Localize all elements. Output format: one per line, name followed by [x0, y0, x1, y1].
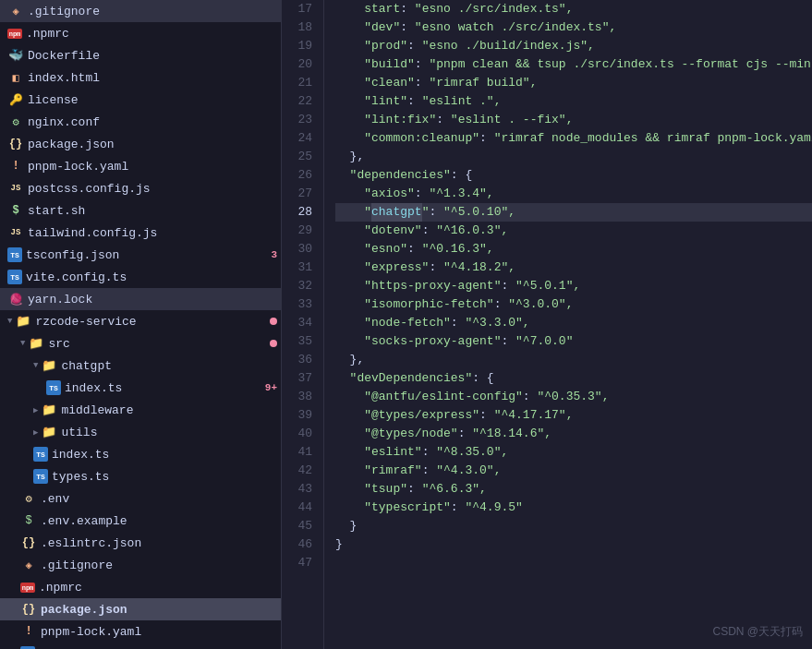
sidebar-label: .env.example — [41, 514, 277, 528]
code-token: "dependencies" — [335, 166, 451, 185]
ts-icon: TS — [46, 380, 61, 395]
line-number: 24 — [289, 129, 312, 148]
sidebar-item-vite-config[interactable]: TSvite.config.ts — [0, 266, 281, 288]
sidebar-item-tsconfig-top[interactable]: TStsconfig.json3 — [0, 244, 281, 266]
change-indicator-dot — [270, 318, 277, 325]
code-line: "typescript": "^4.9.5" — [335, 499, 812, 517]
sidebar-label: rzcode-service — [35, 315, 266, 329]
code-token: : — [422, 443, 437, 462]
sidebar-item-rzcode-service[interactable]: ▼📁rzcode-service — [0, 310, 281, 332]
sidebar-item-middleware-folder[interactable]: ▶📁middleware — [0, 399, 281, 421]
code-token: "socks-proxy-agent" — [335, 332, 501, 351]
watermark: CSDN @天天打码 — [712, 624, 803, 640]
npm-icon: npm — [7, 29, 22, 39]
code-token: : — [415, 55, 430, 74]
code-token: "^8.35.0", — [436, 443, 508, 462]
sidebar-item-yarn-lock[interactable]: 🧶yarn.lock — [0, 288, 281, 310]
sidebar-item-tsconfig-inner[interactable]: TStsconfig.json — [0, 643, 281, 649]
js-icon: JS — [7, 180, 24, 197]
line-number: 44 — [289, 499, 312, 517]
line-number: 45 — [289, 517, 312, 535]
sidebar-item-env[interactable]: ⚙.env — [0, 487, 281, 510]
html-icon: ◧ — [7, 69, 24, 86]
code-token: : — [407, 480, 422, 499]
sidebar-item-license[interactable]: 🔑license — [0, 89, 281, 111]
code-token: "^18.14.6", — [472, 425, 551, 443]
code-token: : — [523, 388, 538, 406]
code-token: "eslint" — [335, 443, 422, 462]
sidebar-item-eslintrc-json[interactable]: {}.eslintrc.json — [0, 532, 281, 554]
sidebar-item-env-example[interactable]: $.env.example — [0, 510, 281, 532]
sidebar-item-nginx-conf[interactable]: ⚙nginx.conf — [0, 111, 281, 133]
sidebar-label: chatgpt — [61, 359, 277, 373]
code-token: : — [451, 499, 466, 517]
env-icon: ⚙ — [20, 490, 37, 507]
code-token: "eslint .", — [422, 92, 502, 111]
sidebar-item-index-html[interactable]: ◧index.html — [0, 66, 281, 89]
code-area: 1718192021222324252627282930313233343536… — [282, 0, 812, 649]
code-line: } — [335, 535, 812, 554]
sidebar-item-npmrc-top[interactable]: npm.npmrc — [0, 22, 281, 44]
code-token: "^6.6.3", — [422, 480, 487, 499]
line-number: 20 — [289, 55, 312, 74]
line-number: 42 — [289, 462, 312, 480]
sidebar-label: package.json — [28, 138, 277, 151]
code-token: "common:cleanup" — [335, 129, 479, 148]
sidebar-label: utils — [61, 426, 277, 439]
code-token: : — [407, 37, 422, 55]
code-line: "dotenv": "^16.0.3", — [335, 222, 812, 240]
sidebar-item-src-folder[interactable]: ▼📁src — [0, 332, 281, 355]
code-token: : — [479, 129, 494, 148]
change-indicator-dot — [270, 340, 277, 347]
code-token: "^4.9.5" — [465, 499, 522, 517]
code-line: "tsup": "^6.6.3", — [335, 480, 812, 499]
line-number: 26 — [289, 166, 312, 185]
sidebar-item-gitignore-inner[interactable]: ◈.gitignore — [0, 554, 281, 576]
code-token: "@antfu/eslint-config" — [335, 388, 523, 406]
sidebar-item-start-sh[interactable]: $start.sh — [0, 199, 281, 222]
sidebar-item-pnpm-lock-top[interactable]: !pnpm-lock.yaml — [0, 155, 281, 177]
nginx-icon: ⚙ — [7, 114, 24, 130]
code-token: "^16.0.3", — [436, 222, 508, 240]
sidebar-item-package-json-inner[interactable]: {}package.json — [0, 598, 281, 620]
code-line: "common:cleanup": "rimraf node_modules &… — [335, 129, 812, 148]
code-token: " — [335, 203, 371, 222]
sidebar-item-chatgpt-folder[interactable]: ▼📁chatgpt — [0, 355, 281, 377]
code-token: : — [479, 406, 494, 425]
line-number: 36 — [289, 351, 312, 369]
code-token: : — [451, 314, 466, 332]
line-number: 23 — [289, 111, 312, 129]
code-token: "pnpm clean && tsup ./src/index.ts --for… — [429, 55, 810, 74]
code-token: "esno ./build/index.js", — [422, 37, 595, 55]
code-token: "@types/express" — [335, 406, 479, 425]
sidebar-label: Dockerfile — [28, 49, 277, 63]
sidebar-item-package-json-top[interactable]: {}package.json — [0, 133, 281, 155]
ts-icon: TS — [33, 469, 48, 484]
code-token: : — [429, 258, 443, 277]
code-line: "devDependencies": { — [335, 369, 812, 388]
sidebar-item-postcss-config[interactable]: JSpostcss.config.js — [0, 177, 281, 199]
sidebar-item-index-ts-src[interactable]: TSindex.ts — [0, 443, 281, 465]
code-line: "chatgpt": "^5.0.10", — [335, 203, 812, 222]
sidebar-item-index-ts-chatgpt[interactable]: TSindex.ts9+ — [0, 377, 281, 399]
sidebar-item-pnpm-lock-inner[interactable]: !pnpm-lock.yaml — [0, 620, 281, 643]
sidebar-label: vite.config.ts — [26, 270, 277, 284]
code-content: start: "esno ./src/index.ts", "dev": "es… — [324, 0, 812, 649]
code-token: "^3.3.0", — [465, 314, 529, 332]
sidebar-item-types-ts[interactable]: TStypes.ts — [0, 465, 281, 487]
sidebar-item-utils-folder[interactable]: ▶📁utils — [0, 421, 281, 443]
sidebar-label: yarn.lock — [28, 293, 277, 306]
sidebar-badge: 9+ — [265, 382, 277, 393]
sidebar-badge: 3 — [271, 249, 277, 260]
sidebar-item-dockerfile[interactable]: 🐳Dockerfile — [0, 44, 281, 66]
code-token: : — [407, 92, 422, 111]
sidebar-item-gitignore-top[interactable]: ◈.gitignore — [0, 0, 281, 22]
sidebar-item-npmrc-inner[interactable]: npm.npmrc — [0, 576, 281, 598]
code-token: "^5.0.10", — [443, 203, 515, 222]
code-token: "^4.3.0", — [436, 462, 501, 480]
sidebar-item-tailwind-config[interactable]: JStailwind.config.js — [0, 222, 281, 244]
code-token: "esno ./src/index.ts", — [415, 0, 574, 18]
sidebar-label: pnpm-lock.yaml — [28, 160, 277, 174]
code-token: : — [429, 203, 443, 222]
code-line: "socks-proxy-agent": "^7.0.0" — [335, 332, 812, 351]
